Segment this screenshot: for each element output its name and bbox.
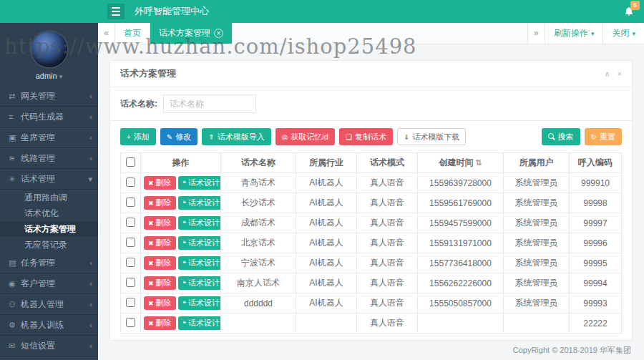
divider: [110, 120, 632, 121]
get-id-button[interactable]: ◎ 获取记忆id: [275, 128, 335, 145]
script-design-button[interactable]: ❝话术设计: [178, 236, 221, 250]
tab-action-dropdown[interactable]: 刷新操作 ▾: [545, 23, 603, 44]
tab[interactable]: 首页: [115, 23, 150, 44]
cell-inbound-code: 99998: [570, 193, 622, 213]
reset-button[interactable]: ↻ 重置: [585, 128, 622, 145]
target-icon: ◎: [282, 132, 288, 142]
row-checkbox[interactable]: [126, 238, 135, 247]
cell-industry: AI机器人: [296, 293, 357, 313]
row-checkbox[interactable]: [126, 177, 135, 187]
col-created[interactable]: 创建时间⇅: [418, 153, 504, 173]
select-all-checkbox[interactable]: [126, 157, 135, 167]
cell-script-name: 北京话术: [221, 233, 296, 253]
sidebar-item-seat[interactable]: ▣ 坐席管理 ‹: [0, 127, 98, 148]
caret-down-icon: ▾: [632, 30, 635, 37]
script-design-button[interactable]: ❝话术设计: [178, 196, 221, 210]
chat-icon: ❝: [182, 260, 186, 267]
delete-button[interactable]: ✖删除: [144, 236, 176, 250]
script-design-button[interactable]: ❝话术设计: [178, 316, 221, 330]
delete-button[interactable]: ✖删除: [144, 216, 176, 230]
cell-industry: AI机器人: [296, 253, 357, 273]
sidebar-item-customer[interactable]: ◉ 客户管理 ‹: [0, 273, 98, 294]
cell-created-time: 1557736418000: [418, 253, 504, 273]
sidebar-item-training[interactable]: ⚙ 机器人训练 ‹: [0, 315, 98, 336]
cell-owner-user: 系统管理员: [504, 253, 570, 273]
table-row: ✖删除 ❝话术设计 dddddd AI机器人 真人语音 155505085700…: [121, 293, 622, 313]
edit-button[interactable]: ✎ 修改: [160, 128, 197, 145]
row-checkbox[interactable]: [126, 278, 135, 287]
sidebar: admin ▾ ⇄ 网关管理 ‹ ≡ 代码生成器 ‹ ▣ 坐席管理 ‹ ≋ 线路…: [0, 23, 98, 360]
hamburger-menu-icon[interactable]: [107, 4, 125, 19]
copy-script-button[interactable]: ❏ 复制话术: [339, 128, 393, 145]
template-import-button[interactable]: ⇑ 话术模版导入: [202, 128, 270, 145]
close-panel-icon[interactable]: ×: [618, 69, 622, 79]
script-name-label: 话术名称:: [120, 98, 157, 110]
sidebar-item-wechat[interactable]: ✆ 微信管理 ‹: [0, 356, 98, 360]
sidebar-subitem-3[interactable]: 无应答记录: [0, 237, 98, 253]
table-row: ✖删除 ❝话术设计 南京人话术 AI机器人 真人语音 1556262226000…: [121, 273, 622, 293]
sidebar-item-script[interactable]: ✳ 话术管理 ▾: [0, 169, 98, 190]
user-avatar[interactable]: [31, 31, 67, 67]
template-download-button[interactable]: ⇓ 话术模版下载: [397, 128, 466, 145]
cell-script-name: 宁波话术: [221, 253, 296, 273]
chevron-icon: ‹: [89, 112, 92, 121]
cell-inbound-code: 99995: [570, 253, 622, 273]
copyright-text: CopyRight © 2018-2019 华军集团: [513, 345, 631, 356]
delete-button[interactable]: ✖删除: [144, 256, 176, 270]
cell-owner-user: 系统管理员: [504, 293, 570, 313]
delete-button[interactable]: ✖删除: [144, 276, 176, 290]
script-design-button[interactable]: ❝话术设计: [178, 176, 221, 190]
script-design-button[interactable]: ❝话术设计: [178, 276, 221, 290]
cell-inbound-code: 22222: [570, 313, 622, 334]
collapse-panel-icon[interactable]: ∧: [605, 69, 610, 79]
sidebar-subitem-2[interactable]: 话术方案管理: [0, 221, 98, 237]
sidebar-item-task[interactable]: ▤ 任务管理 ‹: [0, 253, 98, 273]
cell-industry: AI机器人: [296, 233, 357, 253]
add-button[interactable]: + 添加: [120, 128, 156, 145]
row-checkbox[interactable]: [126, 318, 135, 327]
cell-mode: 真人语音: [357, 213, 418, 233]
script-design-button[interactable]: ❝话术设计: [178, 256, 221, 270]
cell-mode: 真人语音: [357, 233, 418, 253]
chevron-icon: ‹: [89, 154, 92, 162]
search-button[interactable]: 搜索: [542, 128, 580, 145]
row-checkbox[interactable]: [126, 198, 135, 207]
sidebar-item-gateway[interactable]: ⇄ 网关管理 ‹: [0, 86, 98, 107]
sidebar-item-robot[interactable]: ⚇ 机器人管理 ‹: [0, 294, 98, 315]
chevron-icon: ‹: [89, 279, 92, 288]
sidebar-item-sms[interactable]: ✉ 短信设置 ‹: [0, 336, 98, 356]
tabs-scroll-left-button[interactable]: «: [98, 23, 115, 44]
sidebar-item-line[interactable]: ≋ 线路管理 ‹: [0, 148, 98, 169]
trash-icon: ✖: [148, 180, 154, 187]
delete-button[interactable]: ✖删除: [144, 176, 176, 190]
sidebar-subitem-1[interactable]: 话术优化: [0, 205, 98, 221]
chevron-icon: ‹: [89, 258, 92, 267]
edit-icon: ✎: [167, 132, 172, 142]
chat-icon: ❝: [182, 180, 186, 187]
tab-close-icon[interactable]: ×: [214, 29, 223, 38]
tab-action-dropdown[interactable]: 关闭 ▾: [602, 23, 644, 44]
cell-created-time: 1559561769000: [418, 193, 504, 213]
sort-icon[interactable]: ⇅: [475, 158, 482, 167]
cell-industry: AI机器人: [296, 193, 357, 213]
cell-created-time: [418, 313, 504, 334]
script-name-input[interactable]: [163, 94, 256, 113]
delete-button[interactable]: ✖删除: [144, 316, 176, 330]
cell-script-name: 长沙话术: [221, 193, 296, 213]
sidebar-item-code[interactable]: ≡ 代码生成器 ‹: [0, 107, 98, 127]
tab[interactable]: 话术方案管理 ×: [150, 23, 233, 44]
script-design-button[interactable]: ❝话术设计: [178, 216, 221, 230]
cell-owner-user: [504, 313, 570, 334]
cell-owner-user: 系统管理员: [504, 233, 570, 253]
script-design-button[interactable]: ❝话术设计: [178, 296, 221, 310]
user-name[interactable]: admin ▾: [0, 72, 98, 80]
table-row: ✖删除 ❝话术设计 北京话术 AI机器人 真人语音 1559131971000 …: [121, 233, 622, 253]
row-checkbox[interactable]: [126, 258, 135, 267]
row-checkbox[interactable]: [126, 218, 135, 227]
row-checkbox[interactable]: [126, 298, 135, 307]
sidebar-subitem-0[interactable]: 通用路由调: [0, 190, 98, 205]
main-area: « 首页 话术方案管理 × » 刷新操作 ▾ 关闭 ▾ 话术方案管理 ∧ ×: [98, 23, 644, 360]
tabs-scroll-right-button[interactable]: »: [527, 23, 545, 44]
delete-button[interactable]: ✖删除: [144, 196, 176, 210]
delete-button[interactable]: ✖删除: [144, 296, 176, 310]
